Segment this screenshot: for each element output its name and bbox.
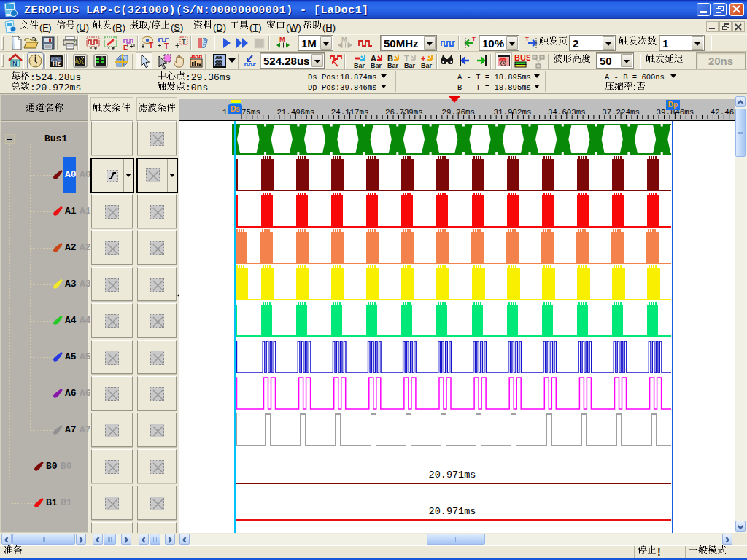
svg-text:Bar: Bar: [421, 62, 433, 69]
svg-text:Hz: Hz: [53, 60, 61, 67]
svg-text:E: E: [123, 44, 128, 51]
svg-text:34.603ms: 34.603ms: [548, 108, 586, 117]
svg-text:Bar: Bar: [371, 62, 382, 69]
svg-text:37.224ms: 37.224ms: [602, 108, 640, 117]
svg-text:20.971ms: 20.971ms: [429, 470, 476, 481]
svg-text:N: N: [12, 60, 18, 67]
svg-text:T: T: [149, 42, 153, 50]
svg-text:21.496ms: 21.496ms: [276, 108, 314, 117]
svg-text:20.971ms: 20.971ms: [429, 506, 476, 517]
svg-text:26.739ms: 26.739ms: [385, 108, 423, 117]
svg-text:29.36ms: 29.36ms: [442, 108, 475, 117]
svg-text:T: T: [472, 36, 476, 42]
svg-text:Bar: Bar: [354, 62, 365, 69]
svg-text:M: M: [279, 36, 285, 43]
svg-text:BUS: BUS: [514, 53, 530, 62]
svg-text:T: T: [182, 38, 186, 45]
svg-text:42.468ms: 42.468ms: [711, 108, 735, 117]
svg-text:31.982ms: 31.982ms: [494, 108, 532, 117]
svg-text:Bar: Bar: [387, 62, 399, 69]
svg-text:Bar: Bar: [404, 62, 416, 69]
svg-text:24.117ms: 24.117ms: [331, 108, 369, 117]
svg-text:M: M: [341, 36, 347, 43]
svg-text:T: T: [164, 42, 169, 50]
svg-text:T: T: [525, 36, 529, 42]
